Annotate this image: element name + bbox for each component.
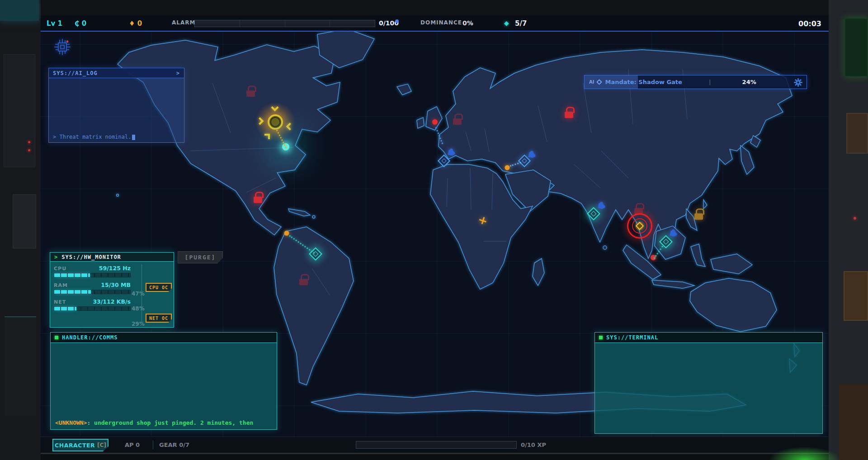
- room-monitor-green: [844, 18, 868, 77]
- mandate-ai-label: AI: [589, 80, 594, 84]
- map-marker-target-red[interactable]: [627, 213, 652, 239]
- level-indicator: Lv 1: [47, 19, 62, 28]
- alarm-bar-segment: [195, 20, 240, 27]
- map-marker-dot-red: [432, 119, 438, 125]
- ram-bar: [54, 290, 131, 294]
- map-marker-lock-red[interactable]: [453, 113, 462, 125]
- comms-header: HANDLER://COMMS: [51, 333, 277, 343]
- cpu-label: CPU: [54, 266, 66, 272]
- action-points: AP 0: [125, 441, 140, 448]
- map-marker-puzzle[interactable]: [528, 152, 534, 158]
- message-body: underground shop just pinged. 2 minutes,…: [94, 419, 253, 426]
- purge-button[interactable]: [PURGE]: [178, 251, 223, 263]
- map-marker-puzzle[interactable]: [670, 230, 675, 236]
- node-ring: [268, 114, 283, 130]
- room-decoration: [839, 384, 868, 460]
- map-marker-lock-red[interactable]: [253, 192, 263, 203]
- status-square-icon: [599, 336, 603, 339]
- map-marker-lock-gold[interactable]: [694, 208, 704, 220]
- alarm-label: ALARM: [172, 19, 195, 26]
- hw-monitor-panel: > SYS://HW_MONITOR CPU 59/125 Hz RAM 15/…: [50, 252, 174, 328]
- terminal-panel: SYS://TERMINAL: [594, 332, 823, 434]
- comms-title: HANDLER://COMMS: [62, 334, 118, 341]
- map-marker-diamond-teal[interactable]: [587, 207, 600, 221]
- room-light-red: [854, 217, 856, 220]
- room-decoration: [13, 194, 36, 249]
- bottom-hud-bar: CHARACTER [C] AP 0 GEAR 0/7 0/10 XP: [41, 437, 829, 453]
- terminal-title: SYS://TERMINAL: [606, 334, 658, 341]
- dominance-label: DOMINANCE: [420, 19, 462, 26]
- room-crate: [844, 271, 868, 321]
- mandate-title: Mandate: Shadow Gate: [605, 79, 682, 85]
- room-decoration: [4, 54, 35, 167]
- room-light-red: [28, 141, 30, 143]
- objective-gem-icon: ◆: [504, 19, 509, 27]
- cpu-overclock-button[interactable]: CPU OC: [146, 283, 172, 292]
- hw-monitor-header: > SYS://HW_MONITOR: [50, 253, 174, 262]
- mission-timer: 00:03: [798, 19, 821, 28]
- hw-row-cpu: CPU 59/125 Hz: [54, 265, 131, 277]
- map-marker-dot-orange: [284, 231, 289, 236]
- net-label: NET: [54, 299, 66, 305]
- net-bar: [54, 306, 131, 311]
- prompt-icon: >: [54, 254, 58, 260]
- terminal-header: SYS://TERMINAL: [595, 333, 822, 343]
- map-marker-lock-red[interactable]: [564, 107, 574, 118]
- map-marker-lock-red[interactable]: [299, 274, 309, 285]
- map-marker-star-orange[interactable]: [478, 216, 488, 226]
- room-decoration: [41, 0, 829, 15]
- map-trail: [653, 246, 663, 259]
- chevron-icon: [264, 134, 270, 139]
- message-separator: :: [87, 419, 94, 426]
- gear-icon[interactable]: [793, 78, 803, 87]
- room-background: Lv 1 ₵ 0 ♦ 0 ALARM 0/100 DOMINANCE 0% ◆ …: [0, 0, 868, 460]
- message-sender: <UNKNOWN>: [55, 419, 87, 426]
- hw-row-net: NET 33/112 KB/s: [54, 298, 131, 311]
- alarm-bar: [194, 20, 375, 27]
- status-dot-icon: [395, 19, 399, 23]
- mandate-divider: |: [709, 79, 711, 85]
- handler-comms-panel: HANDLER://COMMS <UNKNOWN>: underground s…: [50, 332, 277, 430]
- ai-log-title: SYS://AI_LOG: [53, 70, 98, 76]
- gems-indicator: ♦ 0: [129, 19, 142, 28]
- room-decoration: [5, 316, 36, 416]
- map-trail: [435, 127, 443, 144]
- character-button-label: CHARACTER: [55, 442, 95, 449]
- ram-value: 15/30 MB: [101, 282, 131, 288]
- map-marker-dot-orange: [505, 165, 510, 170]
- room-glow-green: [769, 446, 841, 460]
- map-trail: [510, 162, 522, 167]
- character-hotkey: [C]: [97, 442, 106, 448]
- ai-chip-icon[interactable]: [53, 38, 71, 56]
- dominance-value: 0%: [462, 19, 473, 27]
- game-screen: Lv 1 ₵ 0 ♦ 0 ALARM 0/100 DOMINANCE 0% ◆ …: [41, 15, 829, 453]
- map-marker-puzzle[interactable]: [448, 150, 453, 155]
- map-marker-diamond-blue[interactable]: [438, 155, 450, 167]
- divider: [153, 441, 153, 450]
- credits-indicator: ₵ 0: [75, 19, 86, 28]
- ram-percent: 48%: [132, 305, 150, 312]
- gear-tab[interactable]: GEAR 0/7: [159, 441, 189, 448]
- mandate-diamond-icon: [597, 79, 603, 85]
- map-marker-diamond-teal[interactable]: [309, 247, 322, 261]
- ai-mandate-bar[interactable]: AI Mandate: Shadow Gate | 24%: [584, 75, 807, 89]
- ai-log-panel: SYS://AI_LOG > > Threat matrix nominal.: [48, 68, 184, 143]
- alarm-bar-segment: [330, 20, 375, 27]
- xp-bar: [356, 441, 517, 449]
- ai-log-line: > Threat matrix nominal.: [53, 134, 135, 140]
- net-overclock-button[interactable]: NET OC: [146, 314, 172, 323]
- map-marker-lock-red[interactable]: [246, 85, 256, 97]
- expand-chevron-icon[interactable]: >: [176, 70, 180, 76]
- status-square-icon: [55, 336, 58, 339]
- room-crate: [846, 113, 868, 154]
- ram-label: RAM: [54, 282, 68, 288]
- ai-log-header[interactable]: SYS://AI_LOG >: [49, 68, 184, 78]
- room-light-red: [28, 149, 30, 151]
- map-marker-puzzle[interactable]: [598, 203, 604, 209]
- terminal-cursor: [132, 135, 135, 140]
- map-marker-lock-red[interactable]: [634, 203, 644, 214]
- alarm-bar-segment: [285, 20, 330, 27]
- cpu-value: 59/125 Hz: [99, 265, 131, 272]
- character-button[interactable]: CHARACTER [C]: [52, 439, 108, 451]
- top-hud-bar: Lv 1 ₵ 0 ♦ 0 ALARM 0/100 DOMINANCE 0% ◆ …: [41, 15, 829, 32]
